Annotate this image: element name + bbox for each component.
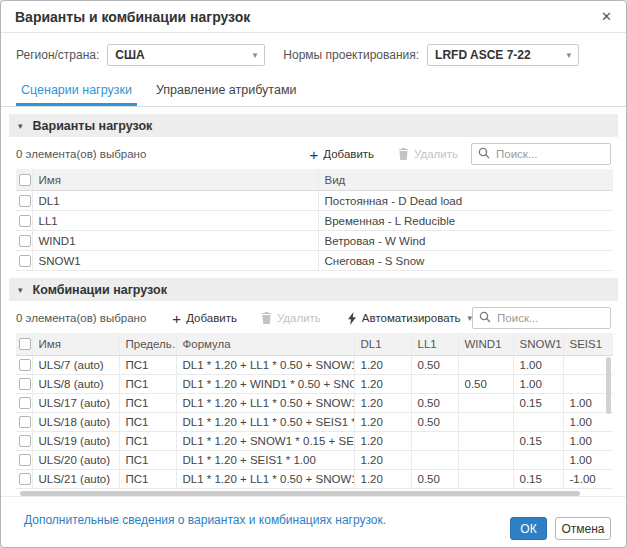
row-checkbox[interactable] xyxy=(19,235,31,247)
load-combinations-search xyxy=(472,307,611,329)
cell-limit: ПС1 xyxy=(119,375,176,394)
cell-name: ULS/21 (auto) xyxy=(32,470,119,489)
cell-ll1: 0.50 xyxy=(411,413,458,432)
column-header-limit-state[interactable]: Предель… xyxy=(119,333,176,356)
row-checkbox[interactable] xyxy=(19,435,31,447)
table-row[interactable]: ULS/7 (auto)ПС1DL1 * 1.20 + LL1 * 0.50 +… xyxy=(16,356,613,375)
cell-formula: DL1 * 1.20 + SNOW1 * 0.15 + SEIS1 * 1.00 xyxy=(176,432,354,451)
cell-seis1: 1.00 xyxy=(563,413,613,432)
design-code-label: Нормы проектирования: xyxy=(283,48,419,62)
column-header-snow1[interactable]: SNOW1 xyxy=(513,333,563,356)
table-row[interactable]: WIND1Ветровая - W Wind xyxy=(16,231,613,251)
table-row[interactable]: ULS/8 (auto)ПС1DL1 * 1.20 + WIND1 * 0.50… xyxy=(16,375,613,394)
cell-snow1: 0.15 xyxy=(513,432,563,451)
select-all-checkbox[interactable] xyxy=(19,338,31,350)
dialog-footer: Дополнительные сведения о вариантах и ко… xyxy=(1,496,626,548)
footer-buttons: ОК Отмена xyxy=(510,517,611,540)
cell-ll1 xyxy=(411,432,458,451)
cell-limit: ПС1 xyxy=(119,451,176,470)
automate-button[interactable]: Автоматизировать ▾ xyxy=(347,312,472,325)
delete-combination-button[interactable]: Удалить xyxy=(261,312,321,324)
column-header-wind1[interactable]: WIND1 xyxy=(458,333,513,356)
cell-formula: DL1 * 1.20 + LL1 * 0.50 + SNOW1 * 0.15 … xyxy=(176,394,354,413)
cell-limit: ПС1 xyxy=(119,394,176,413)
cell-wind1 xyxy=(458,451,513,470)
column-header-ll1[interactable]: LL1 xyxy=(411,333,458,356)
cell-name: ULS/19 (auto) xyxy=(32,432,119,451)
load-cases-search-input[interactable] xyxy=(496,148,604,160)
row-checkbox[interactable] xyxy=(19,195,31,207)
load-variants-dialog: Варианты и комбинации нагрузок ✕ Регион/… xyxy=(0,0,627,548)
cell-dl1: 1.20 xyxy=(354,451,411,470)
tab-attribute-management[interactable]: Управление атрибутами xyxy=(151,76,302,106)
column-header-name[interactable]: Имя xyxy=(32,169,318,191)
cell-wind1 xyxy=(458,413,513,432)
ok-button[interactable]: ОК xyxy=(510,517,547,540)
cell-dl1: 1.20 xyxy=(354,394,411,413)
column-header-formula[interactable]: Формула xyxy=(176,333,354,356)
close-icon[interactable]: ✕ xyxy=(601,10,612,23)
table-row[interactable]: ULS/17 (auto)ПС1DL1 * 1.20 + LL1 * 0.50 … xyxy=(16,394,613,413)
cell-wind1 xyxy=(458,356,513,375)
more-info-link[interactable]: Дополнительные сведения о вариантах и ко… xyxy=(24,513,386,527)
row-checkbox[interactable] xyxy=(19,454,31,466)
search-icon xyxy=(478,145,490,163)
cell-formula: DL1 * 1.20 + LL1 * 0.50 + SNOW1 * 1.00 xyxy=(176,356,354,375)
cell-seis1: 1.00 xyxy=(563,432,613,451)
load-combinations-search-input[interactable] xyxy=(497,312,604,324)
row-checkbox[interactable] xyxy=(19,397,31,409)
region-label: Регион/страна: xyxy=(16,48,99,62)
cell-limit: ПС1 xyxy=(119,432,176,451)
tab-load-scenarios[interactable]: Сценарии нагрузки xyxy=(16,76,137,106)
cell-dl1: 1.20 xyxy=(354,413,411,432)
load-combinations-section-header[interactable]: ▾ Комбинации нагрузок xyxy=(9,278,618,301)
row-checkbox[interactable] xyxy=(19,255,31,267)
cell-snow1 xyxy=(513,413,563,432)
row-checkbox[interactable] xyxy=(19,215,31,227)
cell-limit: ПС1 xyxy=(119,413,176,432)
table-row[interactable]: DL1Постоянная - D Dead load xyxy=(16,191,613,211)
row-checkbox[interactable] xyxy=(19,416,31,428)
design-code-select[interactable]: LRFD ASCE 7-22 ▾ xyxy=(427,44,579,66)
cell-dl1: 1.20 xyxy=(354,375,411,394)
cancel-button[interactable]: Отмена xyxy=(555,517,611,540)
add-combination-button[interactable]: + Добавить xyxy=(172,311,237,326)
cell-name: ULS/17 (auto) xyxy=(32,394,119,413)
cell-type: Временная - L Reducible xyxy=(318,211,613,231)
select-all-checkbox[interactable] xyxy=(19,174,31,186)
lightning-icon xyxy=(347,312,357,325)
table-row[interactable]: SNOW1Снеговая - S Snow xyxy=(16,251,613,271)
add-load-case-button[interactable]: + Добавить xyxy=(310,147,375,162)
dialog-titlebar: Варианты и комбинации нагрузок ✕ xyxy=(1,1,626,33)
table-row[interactable]: LL1Временная - L Reducible xyxy=(16,211,613,231)
load-cases-table: Имя Вид DL1Постоянная - D Dead loadLL1Вр… xyxy=(16,169,611,271)
settings-row: Регион/страна: США ▾ Нормы проектировани… xyxy=(1,33,626,74)
cell-limit: ПС1 xyxy=(119,470,176,489)
cell-type: Постоянная - D Dead load xyxy=(318,191,613,211)
collapse-triangle-icon: ▾ xyxy=(18,285,23,295)
column-header-dl1[interactable]: DL1 xyxy=(354,333,411,356)
search-icon xyxy=(479,309,491,327)
load-cases-selected-count: 0 элемента(ов) выбрано xyxy=(16,148,146,160)
row-checkbox[interactable] xyxy=(19,473,31,485)
trash-icon xyxy=(261,312,272,324)
region-select[interactable]: США ▾ xyxy=(107,44,265,66)
cell-wind1 xyxy=(458,394,513,413)
column-header-type[interactable]: Вид xyxy=(318,169,613,191)
design-code-value: LRFD ASCE 7-22 xyxy=(435,48,531,62)
table-row[interactable]: ULS/19 (auto)ПС1DL1 * 1.20 + SNOW1 * 0.1… xyxy=(16,432,613,451)
cell-snow1: 0.15 xyxy=(513,470,563,489)
column-header-name[interactable]: Имя xyxy=(32,333,119,356)
table-row[interactable]: ULS/18 (auto)ПС1DL1 * 1.20 + LL1 * 0.50 … xyxy=(16,413,613,432)
column-header-seis1[interactable]: SEIS1 xyxy=(563,333,613,356)
cell-type: Снеговая - S Snow xyxy=(318,251,613,271)
cell-name: LL1 xyxy=(32,211,318,231)
table-row[interactable]: ULS/20 (auto)ПС1DL1 * 1.20 + SEIS1 * 1.0… xyxy=(16,451,613,470)
delete-load-case-button[interactable]: Удалить xyxy=(398,148,458,160)
load-cases-section-header[interactable]: ▾ Варианты нагрузок xyxy=(9,114,618,137)
row-checkbox[interactable] xyxy=(19,378,31,390)
load-combinations-toolbar: 0 элемента(ов) выбрано + Добавить Удалит… xyxy=(16,307,611,329)
row-checkbox[interactable] xyxy=(19,359,31,371)
vertical-scrollbar[interactable] xyxy=(606,357,611,414)
table-row[interactable]: ULS/21 (auto)ПС1DL1 * 1.20 + LL1 * 0.50 … xyxy=(16,470,613,489)
